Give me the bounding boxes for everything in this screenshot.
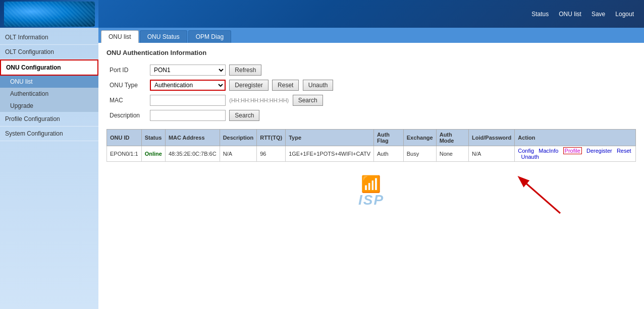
cell-actions: Config MacInfo Profile Deregister Reset … [515, 146, 636, 162]
mac-label: MAC [106, 93, 147, 108]
col-onu-id: ONU ID [107, 130, 142, 146]
refresh-button[interactable]: Refresh [229, 65, 261, 76]
cell-status: Online [141, 146, 165, 162]
action-unauth[interactable]: Unauth [521, 154, 539, 160]
col-exchange: Exchange [403, 130, 436, 146]
nav-status[interactable]: Status [531, 11, 549, 18]
table-row: EPON0/1:1 Online 48:35:2E:0C:7B:6C N/A 9… [107, 146, 636, 162]
reset-button[interactable]: Reset [272, 80, 299, 91]
status-badge: Online [145, 151, 162, 157]
action-macinfo[interactable]: MacInfo [539, 148, 558, 154]
svg-line-1 [520, 178, 560, 213]
description-input[interactable] [150, 110, 226, 121]
action-profile[interactable]: Profile [563, 147, 582, 154]
sidebar-child-onu-list[interactable]: ONU list [0, 76, 98, 88]
wifi-icon: 📶 [358, 176, 384, 192]
sidebar-item-olt-info[interactable]: OLT Information [0, 30, 98, 45]
cell-auth-flag: Auth [373, 146, 403, 162]
deregister-button[interactable]: Deregister [229, 80, 268, 91]
sidebar-item-onu-config[interactable]: ONU Configuration [0, 59, 98, 76]
tab-onu-status[interactable]: ONU Status [140, 30, 187, 43]
cell-loid: N/A [469, 146, 515, 162]
description-cell: Search [147, 108, 336, 123]
page-content: ONU Authentication Information Port ID P… [98, 43, 644, 228]
mac-row: MAC (HH:HH:HH:HH:HH:HH) Search [106, 93, 336, 108]
cell-desc: N/A [220, 146, 257, 162]
onu-type-cell: Authentication All Online Offline Deregi… [147, 78, 336, 93]
action-config[interactable]: Config [518, 148, 534, 154]
port-id-select[interactable]: PON1 PON2 PON3 PON4 [150, 65, 226, 76]
onu-type-select[interactable]: Authentication All Online Offline [150, 80, 226, 91]
table-body: EPON0/1:1 Online 48:35:2E:0C:7B:6C N/A 9… [107, 146, 636, 162]
cell-exchange: Busy [403, 146, 436, 162]
top-header: Status ONU list Save Logout [0, 0, 644, 28]
onu-type-label: ONU Type [106, 78, 147, 93]
col-auth-flag: Auth Flag [373, 130, 403, 146]
port-id-row: Port ID PON1 PON2 PON3 PON4 Refresh [106, 63, 336, 78]
cell-auth-mode: None [436, 146, 468, 162]
col-action: Action [515, 130, 636, 146]
col-type: Type [286, 130, 374, 146]
isp-logo: 📶 ISP [358, 176, 384, 208]
action-reset[interactable]: Reset [617, 148, 631, 154]
desc-search-button[interactable]: Search [229, 110, 259, 121]
col-loid: Loid/Password [469, 130, 515, 146]
nav-save[interactable]: Save [592, 11, 605, 18]
table-header: ONU ID Status MAC Address Description RT… [107, 130, 636, 146]
red-arrow-annotation [505, 170, 565, 217]
nav-onu-list[interactable]: ONU list [559, 11, 581, 18]
action-deregister[interactable]: Deregister [586, 148, 612, 154]
arrow-svg [505, 170, 565, 216]
mac-cell: (HH:HH:HH:HH:HH:HH) Search [147, 93, 336, 108]
mac-input[interactable] [150, 95, 226, 106]
port-id-label: Port ID [106, 63, 147, 78]
tab-onu-list[interactable]: ONU list [101, 30, 139, 43]
cell-onu-id: EPON0/1:1 [107, 146, 142, 162]
col-auth-mode: Auth Mode [436, 130, 468, 146]
cell-rtt: 96 [257, 146, 286, 162]
tab-bar: ONU list ONU Status OPM Diag [98, 28, 644, 43]
col-mac: MAC Address [165, 130, 220, 146]
sidebar-item-profile-config[interactable]: Profile Configuration [0, 112, 98, 127]
unauth-button[interactable]: Unauth [303, 80, 334, 91]
cell-mac: 48:35:2E:0C:7B:6C [165, 146, 220, 162]
col-status: Status [141, 130, 165, 146]
col-desc: Description [220, 130, 257, 146]
description-label: Description [106, 108, 147, 123]
port-id-cell: PON1 PON2 PON3 PON4 Refresh [147, 63, 336, 78]
sidebar-child-authentication[interactable]: Authentication [0, 88, 98, 100]
sidebar-item-olt-config[interactable]: OLT Configuration [0, 45, 98, 59]
content-area: ONU list ONU Status OPM Diag ONU Authent… [98, 28, 644, 309]
sidebar-item-system-config[interactable]: System Configuration [0, 127, 98, 141]
description-row: Description Search [106, 108, 336, 123]
main-layout: OLT Information OLT Configuration ONU Co… [0, 28, 644, 309]
mac-search-button[interactable]: Search [293, 95, 323, 106]
logo-area [0, 0, 98, 28]
onu-type-row: ONU Type Authentication All Online Offli… [106, 78, 336, 93]
tab-opm-diag[interactable]: OPM Diag [188, 30, 231, 43]
mac-hint: (HH:HH:HH:HH:HH:HH) [229, 97, 289, 103]
top-nav: Status ONU list Save Logout [531, 11, 634, 18]
nav-logout[interactable]: Logout [615, 11, 634, 18]
cell-type: 1GE+1FE+1POTS+4WIFI+CATV [286, 146, 374, 162]
table-header-row: ONU ID Status MAC Address Description RT… [107, 130, 636, 146]
watermark-area: 📶 ISP [106, 162, 636, 222]
data-table: ONU ID Status MAC Address Description RT… [106, 129, 636, 162]
page-title: ONU Authentication Information [106, 49, 636, 56]
sidebar: OLT Information OLT Configuration ONU Co… [0, 28, 98, 309]
col-rtt: RTT(TQ) [257, 130, 286, 146]
sidebar-child-upgrade[interactable]: Upgrade [0, 100, 98, 112]
isp-text: ISP [358, 192, 384, 208]
logo-graphic [4, 2, 95, 27]
form-table: Port ID PON1 PON2 PON3 PON4 Refresh ONU … [106, 63, 336, 123]
